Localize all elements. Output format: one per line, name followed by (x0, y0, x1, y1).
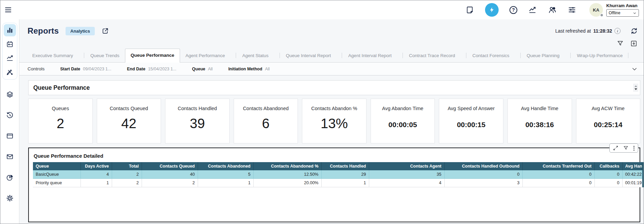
more-options-icon[interactable] (633, 146, 635, 151)
external-link-icon[interactable] (102, 27, 109, 35)
panel-filter-icon[interactable] (623, 145, 629, 151)
section-header: Queue Performance (28, 80, 640, 95)
sidebar-item-calendar[interactable] (4, 38, 16, 50)
filter-initiation-method[interactable]: Initiation Method All (228, 67, 270, 71)
main-area: Reports Analytics Last refreshed at 11:2… (19, 19, 644, 224)
tab-wrap-up-performance[interactable]: Wrap-Up Performance (565, 49, 628, 62)
analytics-chart-icon[interactable] (528, 5, 537, 14)
table-vertical-scrollbar[interactable] (642, 162, 644, 187)
col-days-active[interactable]: Days Active (80, 162, 112, 170)
sidebar-nav-group (2, 23, 17, 80)
col-contacts-abandoned[interactable]: Contacts Abandoned (198, 162, 253, 170)
sidebar-item-dashboard[interactable] (4, 24, 16, 36)
sidebar-item-settings[interactable] (4, 192, 16, 204)
tab-agent-performance[interactable]: Agent Performance (180, 49, 230, 62)
tab-divider (628, 53, 628, 58)
filter-icon[interactable] (616, 40, 624, 47)
kpi-avg-speed-of-answer: Avg Speed of Answer 00:00:15 (439, 99, 503, 143)
design-tools-icon (6, 68, 14, 76)
kpi-queues: Queues 2 (28, 99, 93, 143)
table-row-basicqueue[interactable]: BasicQueue 4 2 40 5 12.50% 29 35 0 0 (33, 170, 642, 179)
status-dot (600, 13, 604, 17)
status-select[interactable]: Offline (606, 9, 639, 17)
last-refreshed-time: 11:28:32 (593, 28, 612, 34)
history-icon (6, 111, 14, 119)
kpi-contacts-handled: Contacts Handled 39 (165, 99, 230, 143)
top-bar: ? KA Khurram Awan Offline (0, 0, 644, 19)
col-callbacks[interactable]: Callbacks (594, 162, 622, 170)
page-title: Reports (28, 26, 59, 36)
col-contacts-queued[interactable]: Contacts Queued (142, 162, 198, 170)
detailed-panel: Queue Performance Detailed Queue (28, 148, 640, 222)
tab-contact-forensics[interactable]: Contact Forensics (461, 49, 515, 62)
line-chart-icon (6, 54, 14, 62)
left-sidebar (0, 19, 19, 224)
layers-icon (6, 90, 14, 99)
sidebar-item-metrics[interactable] (4, 52, 16, 64)
filter-end-date[interactable]: End Date 15/04/2023 1... (127, 67, 177, 71)
last-refreshed-label: Last refreshed at (555, 28, 591, 34)
tab-queue-performance[interactable]: Queue Performance (125, 49, 180, 63)
lightning-icon (488, 6, 495, 13)
report-tools (19, 36, 644, 48)
sidebar-item-layers[interactable] (4, 88, 16, 101)
section-title: Queue Performance (33, 84, 633, 91)
sidebar-item-reports[interactable] (4, 171, 16, 184)
page-header: Reports Analytics Last refreshed at 11:2… (19, 19, 644, 36)
detailed-table-wrap: Queue Days Active Total Contacts Queued … (33, 162, 636, 187)
hamburger-menu-icon[interactable] (5, 5, 14, 14)
kpi-contacts-queued: Contacts Queued 42 (97, 99, 161, 143)
status-value: Offline (609, 11, 620, 15)
tab-queue-trends[interactable]: Queue Trends (78, 49, 125, 62)
col-queue[interactable]: Queue (33, 162, 80, 170)
col-contacts-abandoned-pct[interactable]: Contacts Abandoned % (253, 162, 321, 170)
scroll-stepper[interactable] (633, 84, 638, 92)
expand-icon[interactable] (613, 145, 619, 151)
kpi-contacts-abandon-pct: Contacts Abandon % 13% (302, 99, 366, 143)
calendar-icon (6, 40, 14, 48)
table-row-priority-queue[interactable]: Priority queue 1 2 2 1 20.00% 1 4 3 0 (33, 179, 642, 187)
col-contacts-tranferred-out[interactable]: Contacts Tranferred Out (522, 162, 594, 170)
chevron-down-icon (633, 11, 637, 15)
avatar[interactable]: KA (589, 3, 603, 17)
step-up-icon[interactable] (634, 85, 637, 87)
step-down-icon[interactable] (634, 88, 637, 90)
controls-bar: Controls Start Date 09/04/2023 1... End … (19, 63, 644, 75)
filter-queue[interactable]: Queue All (192, 67, 213, 71)
settings-sliders-icon[interactable] (568, 5, 576, 14)
report-content: Queue Performance Queues 2 Contacts Queu… (19, 75, 644, 224)
col-contacts-handled[interactable]: Contacts Handled (321, 162, 369, 170)
pie-chart-icon (6, 173, 14, 182)
col-contacts-handled-outbound[interactable]: Contacts Handled Outbound (444, 162, 522, 170)
tab-agent-interval-report[interactable]: Agent Interval Report (336, 49, 397, 62)
panel-toolbar (609, 143, 638, 153)
refresh-icon[interactable] (630, 27, 638, 35)
contacts-icon[interactable] (548, 5, 557, 14)
filter-start-date[interactable]: Start Date 09/04/2023 1... (60, 67, 111, 71)
tab-executive-summary[interactable]: Executive Summary (27, 49, 78, 62)
controls-label: Controls (28, 66, 44, 71)
tab-contract-trace-record[interactable]: Contract Trace Record (397, 49, 461, 62)
mail-icon (6, 153, 14, 161)
help-icon[interactable]: ? (509, 6, 517, 14)
col-contacts-agent[interactable]: Contacts Agent (369, 162, 444, 170)
kpi-avg-acw-time: Avg ACW Time 00:25:14 (576, 99, 641, 143)
tab-queue-planning[interactable]: Queue Planning (515, 49, 565, 62)
controls-collapse-chevron-icon[interactable] (631, 66, 638, 72)
tab-queue-interval-report[interactable]: Queue Interval Report (274, 49, 337, 62)
download-icon[interactable] (630, 40, 638, 47)
kpi-cards: Queues 2 Contacts Queued 42 Contacts Han… (28, 99, 640, 143)
detailed-table-title: Queue Performance Detailed (34, 153, 636, 159)
user-name: Khurram Awan (606, 3, 639, 8)
avatar-initials: KA (593, 7, 600, 13)
sidebar-item-history[interactable] (4, 109, 16, 121)
tab-agent-status[interactable]: Agent Status (230, 49, 274, 62)
sidebar-item-design[interactable] (4, 66, 16, 78)
notes-icon[interactable] (465, 5, 474, 14)
col-total[interactable]: Total (112, 162, 142, 170)
sidebar-item-window[interactable] (4, 130, 16, 142)
boost-button[interactable] (485, 3, 499, 17)
sidebar-item-mail[interactable] (4, 151, 16, 163)
col-avg-handle[interactable]: Avg Handl.. (622, 162, 642, 170)
info-icon[interactable]: i (614, 28, 621, 34)
